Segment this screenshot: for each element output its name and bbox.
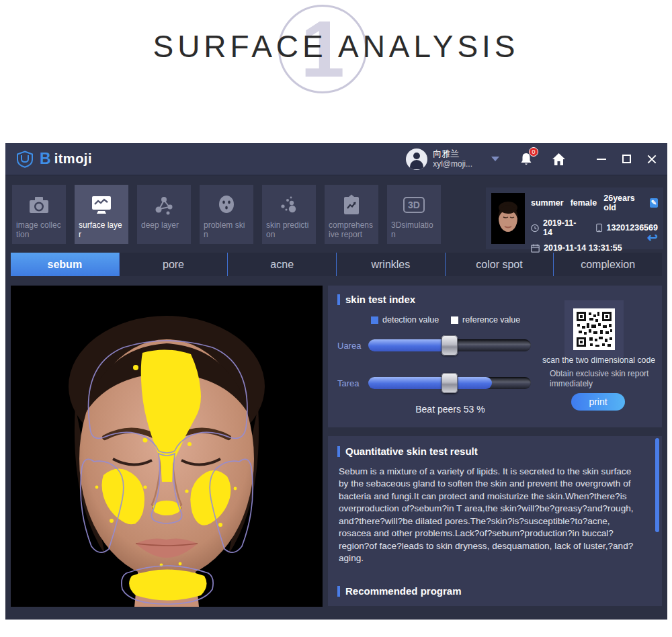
qr-code [573,308,615,350]
tab-wrinkles[interactable]: wrinkles [336,253,445,276]
toolbar-item-label: skin prediction [266,220,312,239]
slider-uarea-fill [368,339,450,351]
reference-swatch [451,316,458,324]
avatar-body-icon [410,160,423,169]
title-accent-bar [337,586,340,597]
qr-tile [564,300,624,358]
legend-detection-label: detection value [382,315,439,325]
user-info: 向雅兰 xyl@moji... [433,148,472,169]
close-button[interactable] [647,155,657,164]
user-email: xyl@moji... [433,159,472,169]
title-accent-bar [337,294,340,305]
chevron-down-icon[interactable] [491,157,499,161]
tab-color-spot[interactable]: color spot [445,253,554,276]
3d-box-icon: 3D [403,192,425,218]
quantitative-result-panel: Quantitative skin test result Sebum is a… [328,436,662,606]
slider-uarea-handle[interactable] [442,335,458,355]
qr-caption: scan the two dimensional code [534,355,664,365]
slider-tarea-track[interactable] [368,377,531,389]
patient-age: 26years old [603,194,644,212]
tab-pore[interactable]: pore [119,253,228,276]
tab-acne[interactable]: acne [227,253,336,276]
toolbar-item-3d-simulation[interactable]: 3D 3Dsimulation [387,185,441,244]
notification-badge: 0 [529,147,538,157]
page-title: SURFACE ANALYSIS [0,0,672,65]
scrollbar-thumb[interactable] [655,438,659,532]
beat-peers-text: Beat peers 53 % [368,404,532,415]
shield-logo-icon [16,151,34,168]
toolbar-item-image-collection[interactable]: image collection [12,185,66,244]
result-body-text: Sebum is a mixture of a variety of lipid… [339,466,642,565]
minimize-button[interactable] [597,159,606,160]
slider-tarea-label: Tarea [337,378,363,388]
toolbar-item-label: 3Dsimulation [391,220,437,239]
brand-logo: B itmoji [16,150,92,168]
page-header: 1 SURFACE ANALYSIS [0,0,672,131]
undo-icon[interactable]: ↩ [647,230,658,245]
slider-uarea-track[interactable] [368,339,531,351]
patient-gender: female [571,198,597,208]
patient-card: summer female 26years old ✎ 2019-11-14 1… [486,187,663,249]
mode-toolbar: image collection surface layer deep laye… [12,185,441,244]
slider-tarea-handle[interactable] [442,373,458,393]
toolbar-item-label: comprehensive report [329,220,374,239]
slider-tarea: Tarea [337,377,531,389]
screenshot-stage: { "header": { "title": "SURFACE ANALYSIS… [0,0,672,637]
brand-initial: B [40,150,51,168]
molecule-icon [153,192,175,218]
edit-icon[interactable]: ✎ [650,198,658,208]
monitor-wave-icon [89,192,114,218]
detection-swatch [371,316,378,324]
notifications-button[interactable]: 0 [519,152,533,167]
slider-uarea: Uarea [337,339,531,351]
tab-complexion[interactable]: complexion [553,253,662,276]
avatar-head-icon [413,153,420,159]
analysis-tabbar: sebum pore acne wrinkles color spot comp… [11,253,662,276]
camera-icon [28,192,50,218]
recommended-program-title: Recommended program [337,585,462,597]
user-name: 向雅兰 [433,148,472,159]
patient-photo [491,193,525,244]
legend: detection value reference value [371,315,520,325]
qr-subcaption: Obtain exclusive skin report immediately [550,369,656,389]
toolbar-item-problem-skin[interactable]: problem skin [200,185,253,244]
face-analysis-image [11,286,323,607]
clipboard-chart-icon [341,192,362,218]
brand-name: itmoji [54,151,92,167]
patient-season: summer [531,198,564,208]
clock-icon [531,224,539,232]
slider-tarea-fill [368,377,492,389]
app-window: B itmoji 向雅兰 xyl@moji... [5,143,667,620]
toolbar-item-label: image collection [16,220,62,239]
maximize-button[interactable] [622,155,631,163]
legend-reference-label: reference value [462,315,520,325]
title-accent-bar [337,446,340,457]
patient-date: 2019-11-14 [543,218,582,237]
skin-test-index-panel: skin test index detection value referenc… [328,286,662,427]
skin-test-title: skin test index [337,294,415,305]
toolbar-item-skin-prediction[interactable]: skin prediction [262,185,316,244]
phone-icon [596,223,602,232]
toolbar-item-comprehensive-report[interactable]: comprehensive report [325,185,378,244]
patient-datetime: 2019-11-14 13:31:55 [544,243,622,253]
toolbar-item-deep-layer[interactable]: deep layer [137,185,191,244]
tab-sebum[interactable]: sebum [11,253,119,276]
home-button[interactable] [552,153,566,166]
print-button[interactable]: print [571,393,625,411]
user-avatar[interactable] [406,148,427,170]
face-icon [216,192,237,218]
toolbar-item-label: deep layer [141,220,179,230]
toolbar-item-surface-layer[interactable]: surface layer [75,185,128,244]
quantitative-title: Quantitative skin test result [337,445,478,457]
slider-uarea-label: Uarea [337,341,363,351]
toolbar-item-label: problem skin [204,220,249,239]
dots-icon [278,192,300,218]
calendar-icon [531,244,540,253]
toolbar-item-label: surface layer [79,220,124,239]
title-bar: B itmoji 向雅兰 xyl@moji... [5,143,667,175]
